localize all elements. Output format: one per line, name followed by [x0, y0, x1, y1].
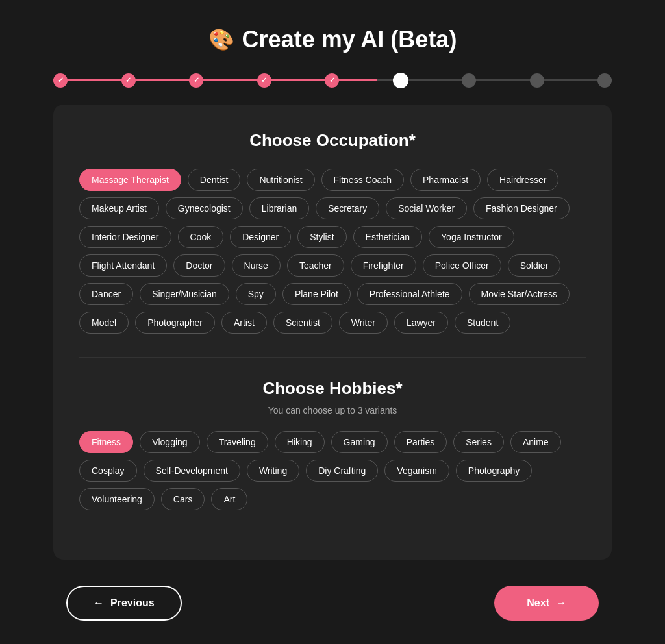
step-dot-4: ✓ [257, 73, 271, 88]
occupation-tag-26[interactable]: Singer/Musician [140, 283, 229, 305]
page-title: 🎨 Create my AI (Beta) [208, 26, 457, 53]
hobbies-tags: FitnessVloggingTravelingHikingGamingPart… [79, 431, 586, 510]
hobby-tag-16[interactable]: Art [211, 488, 247, 510]
hobby-tag-4[interactable]: Gaming [331, 431, 388, 453]
hobby-tag-9[interactable]: Self-Development [144, 460, 240, 482]
hobby-tag-14[interactable]: Volunteering [79, 488, 155, 510]
occupation-tag-27[interactable]: Spy [236, 283, 276, 305]
occupation-tag-37[interactable]: Student [455, 312, 510, 334]
occupation-tag-2[interactable]: Nutritionist [247, 169, 314, 191]
hobby-tag-6[interactable]: Series [453, 431, 504, 453]
occupation-tag-28[interactable]: Plane Pilot [282, 283, 351, 305]
occupation-tag-22[interactable]: Firefighter [351, 254, 416, 277]
occupation-tag-30[interactable]: Movie Star/Actress [469, 283, 570, 305]
occupation-tag-17[interactable]: Yoga Instructor [429, 226, 514, 248]
occupation-tag-32[interactable]: Photographer [135, 312, 215, 334]
occupation-tag-34[interactable]: Scientist [273, 312, 332, 334]
occupation-tag-12[interactable]: Interior Designer [79, 226, 171, 248]
occupation-tag-33[interactable]: Artist [221, 312, 267, 334]
pencil-icon: 🎨 [208, 27, 234, 52]
occupation-tag-14[interactable]: Designer [230, 226, 291, 248]
occupation-tag-35[interactable]: Writer [339, 312, 388, 334]
occupation-tag-16[interactable]: Esthetician [353, 226, 422, 248]
hobby-tag-3[interactable]: Hiking [275, 431, 325, 453]
hobby-tag-10[interactable]: Writing [247, 460, 299, 482]
step-dot-1: ✓ [53, 73, 68, 88]
hobby-tag-1[interactable]: Vlogging [140, 431, 200, 453]
occupation-tag-4[interactable]: Pharmacist [410, 169, 481, 191]
hobby-tag-5[interactable]: Parties [394, 431, 447, 453]
hobby-tag-13[interactable]: Photography [456, 460, 532, 482]
hobby-tag-0[interactable]: Fitness [79, 431, 133, 453]
occupation-tag-29[interactable]: Professional Athlete [357, 283, 462, 305]
occupation-tag-13[interactable]: Cook [178, 226, 224, 248]
occupation-tag-20[interactable]: Nurse [232, 254, 281, 277]
occupation-tag-21[interactable]: Teacher [287, 254, 344, 277]
occupation-tag-25[interactable]: Dancer [79, 283, 133, 305]
occupation-tag-6[interactable]: Makeup Artist [79, 197, 159, 219]
step-dot-2: ✓ [121, 73, 136, 88]
occupation-tag-10[interactable]: Social Worker [386, 197, 467, 219]
hobby-tag-7[interactable]: Anime [510, 431, 561, 453]
hobby-tag-15[interactable]: Cars [161, 488, 205, 510]
step-dot-5: ✓ [325, 73, 339, 88]
occupation-tag-24[interactable]: Soldier [508, 254, 561, 277]
occupation-tag-36[interactable]: Lawyer [394, 312, 448, 334]
arrow-left-icon: ← [94, 597, 104, 609]
step-dot-8 [530, 73, 544, 88]
occupation-tag-7[interactable]: Gynecologist [166, 197, 243, 219]
hobby-tag-12[interactable]: Veganism [384, 460, 449, 482]
occupation-tag-5[interactable]: Hairdresser [487, 169, 558, 191]
previous-button[interactable]: ← Previous [66, 586, 182, 621]
step-dot-6 [393, 73, 408, 88]
step-dot-3: ✓ [189, 73, 203, 88]
occupation-tag-8[interactable]: Librarian [249, 197, 309, 219]
main-card: Choose Occupation* Massage TherapistDent… [53, 105, 612, 560]
hobby-tag-2[interactable]: Traveling [207, 431, 268, 453]
nav-buttons: ← Previous Next → [53, 586, 612, 621]
occupation-title: Choose Occupation* [79, 130, 586, 151]
occupation-tag-23[interactable]: Police Officer [423, 254, 501, 277]
occupation-tag-31[interactable]: Model [79, 312, 129, 334]
arrow-right-icon: → [556, 597, 566, 609]
occupation-tag-9[interactable]: Secretary [316, 197, 379, 219]
occupation-tag-3[interactable]: Fitness Coach [321, 169, 404, 191]
occupation-tag-19[interactable]: Doctor [173, 254, 225, 277]
occupation-tag-0[interactable]: Massage Therapist [79, 169, 181, 191]
occupation-tag-1[interactable]: Dentist [188, 169, 241, 191]
progress-track: ✓✓✓✓✓ [53, 79, 612, 81]
section-divider [79, 357, 586, 358]
hobbies-title: Choose Hobbies* [79, 378, 586, 399]
hobby-tag-11[interactable]: Diy Crafting [306, 460, 378, 482]
next-button[interactable]: Next → [494, 586, 599, 621]
occupation-tag-18[interactable]: Flight Attendant [79, 254, 167, 277]
hobby-tag-8[interactable]: Cosplay [79, 460, 137, 482]
step-dot-9 [597, 73, 612, 88]
occupation-tags: Massage TherapistDentistNutritionistFitn… [79, 169, 586, 334]
progress-bar: ✓✓✓✓✓ [53, 79, 612, 81]
hobbies-subtitle: You can choose up to 3 variants [79, 405, 586, 415]
step-dot-7 [462, 73, 476, 88]
occupation-tag-11[interactable]: Fashion Designer [473, 197, 570, 219]
occupation-tag-15[interactable]: Stylist [297, 226, 346, 248]
